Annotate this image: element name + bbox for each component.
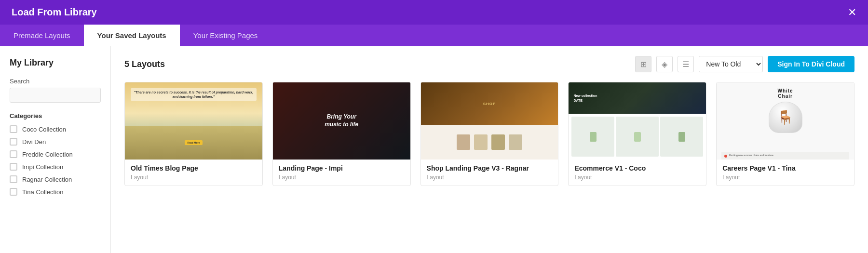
toolbar-right: ⊞ ◈ ☰ New To Old Old To New A-Z Z-A Sign <box>635 56 854 72</box>
layout-info-5: Careers Page V1 - Tina Layout <box>717 160 854 186</box>
category-label-impi: Impi Collection <box>22 163 63 171</box>
layout-info-3: Shop Landing Page V3 - Ragnar Layout <box>421 160 558 186</box>
layout-name-3: Shop Landing Page V3 - Ragnar <box>427 164 553 172</box>
layout-name-4: Ecommerce V1 - Coco <box>574 164 700 172</box>
category-label-tina: Tina Collection <box>22 188 64 196</box>
list-view-button[interactable]: ☰ <box>678 56 694 72</box>
layout-thumb-5: WhiteChair 🪑 Exciting new summer chairs … <box>717 82 854 160</box>
layout-info-4: Ecommerce V1 - Coco Layout <box>569 160 706 186</box>
filter-icon: ◈ <box>662 60 667 69</box>
layout-type-1: Layout <box>131 174 257 181</box>
layout-name-1: Old Times Blog Page <box>131 164 257 172</box>
layout-name-5: Careers Page V1 - Tina <box>722 164 848 172</box>
layout-card-2[interactable]: Bring Yourmusic to life Landing Page - I… <box>272 82 411 186</box>
category-item-impi[interactable]: Impi Collection <box>10 163 101 171</box>
layout-name-2: Landing Page - Impi <box>279 164 405 172</box>
layout-card-4[interactable]: New collectionDATE <box>568 82 706 186</box>
main-toolbar: 5 Layouts ⊞ ◈ ☰ New To Old Old To New A-… <box>124 56 854 72</box>
thumb-2-text: Bring Yourmusic to life <box>325 113 358 128</box>
layouts-count: 5 Layouts <box>124 59 165 69</box>
sidebar-title: My Library <box>10 58 101 68</box>
categories-title: Categories <box>10 112 101 120</box>
category-item-tina[interactable]: Tina Collection <box>10 188 101 196</box>
category-checkbox-freddie[interactable] <box>10 150 17 158</box>
category-item-coco[interactable]: Coco Collection <box>10 125 101 133</box>
tab-saved[interactable]: Your Saved Layouts <box>84 25 180 46</box>
main-content: 5 Layouts ⊞ ◈ ☰ New To Old Old To New A-… <box>111 46 868 253</box>
category-checkbox-divi[interactable] <box>10 138 17 146</box>
layout-type-2: Layout <box>279 174 405 181</box>
category-checkbox-ragnar[interactable] <box>10 175 17 183</box>
tab-premade[interactable]: Premade Layouts <box>0 25 84 46</box>
category-item-divi[interactable]: Divi Den <box>10 138 101 146</box>
search-label: Search <box>10 78 101 85</box>
category-item-ragnar[interactable]: Ragnar Collection <box>10 175 101 183</box>
category-checkbox-tina[interactable] <box>10 188 17 196</box>
modal: Load From Library ✕ Premade Layouts Your… <box>0 0 868 253</box>
layout-thumb-1: "There are no secrets to success. It is … <box>125 82 262 160</box>
layout-card-5[interactable]: WhiteChair 🪑 Exciting new summer chairs … <box>716 82 854 186</box>
category-label-divi: Divi Den <box>22 138 46 146</box>
layout-thumb-3: SHOP <box>421 82 558 160</box>
grid-view-button[interactable]: ⊞ <box>635 56 651 72</box>
sidebar: My Library Search Categories Coco Collec… <box>0 46 111 253</box>
layout-type-4: Layout <box>574 174 700 181</box>
search-input[interactable] <box>10 88 101 103</box>
layout-type-3: Layout <box>427 174 553 181</box>
category-checkbox-coco[interactable] <box>10 125 17 133</box>
tabs-bar: Premade Layouts Your Saved Layouts Your … <box>0 25 868 46</box>
category-item-freddie[interactable]: Freddie Collection <box>10 150 101 158</box>
layout-info-2: Landing Page - Impi Layout <box>273 160 410 186</box>
filter-button[interactable]: ◈ <box>656 56 673 72</box>
category-label-ragnar: Ragnar Collection <box>22 176 72 183</box>
category-label-freddie: Freddie Collection <box>22 151 73 158</box>
modal-header: Load From Library ✕ <box>0 0 868 25</box>
thumb-1-cta: Read More <box>185 140 203 145</box>
layout-card-3[interactable]: SHOP Shop Landing Page V3 - Ragnar Layou… <box>420 82 559 186</box>
thumb-1-bottom: Read More <box>125 126 262 160</box>
layouts-grid: "There are no secrets to success. It is … <box>124 82 854 186</box>
close-button[interactable]: ✕ <box>848 7 856 18</box>
layout-thumb-4: New collectionDATE <box>569 82 706 160</box>
thumb-1-quote: "There are no secrets to success. It is … <box>131 88 257 101</box>
modal-title: Load From Library <box>12 7 97 18</box>
layout-card-1[interactable]: "There are no secrets to success. It is … <box>124 82 263 186</box>
layout-info-1: Old Times Blog Page Layout <box>125 160 262 186</box>
list-icon: ☰ <box>682 60 689 69</box>
category-label-coco: Coco Collection <box>22 126 66 133</box>
layout-type-5: Layout <box>722 174 848 181</box>
tab-existing[interactable]: Your Existing Pages <box>180 25 271 46</box>
modal-body: My Library Search Categories Coco Collec… <box>0 46 868 253</box>
sign-in-button[interactable]: Sign In To Divi Cloud <box>768 56 854 72</box>
sort-select[interactable]: New To Old Old To New A-Z Z-A <box>699 56 763 72</box>
category-checkbox-impi[interactable] <box>10 163 17 171</box>
grid-icon: ⊞ <box>640 60 647 69</box>
layout-thumb-2: Bring Yourmusic to life <box>273 82 410 160</box>
